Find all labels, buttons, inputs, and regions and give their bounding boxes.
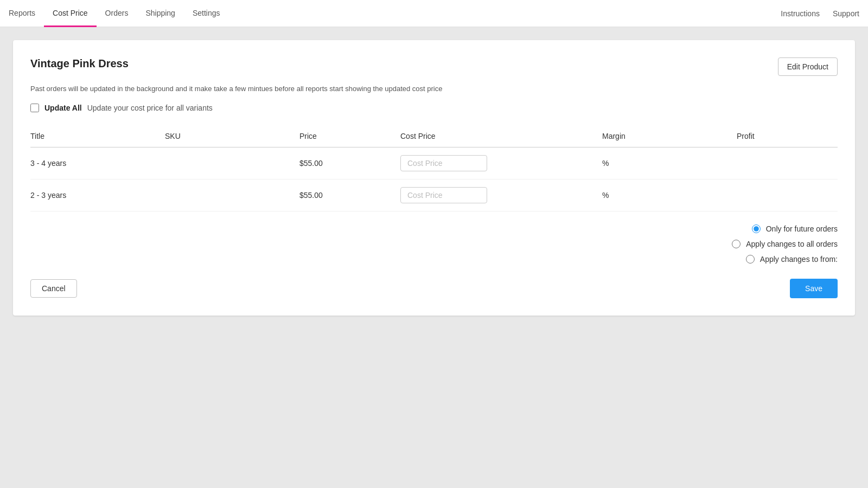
update-all-checkbox[interactable] [30,104,39,112]
col-header-margin: Margin [602,127,737,147]
card-subtitle: Past orders will be updated in the backg… [30,85,838,93]
card-header: Vintage Pink Dress Edit Product [30,57,838,76]
edit-product-button[interactable]: Edit Product [778,57,838,76]
cell-title: 3 - 4 years [30,147,165,179]
cell-sku [165,147,299,179]
save-button[interactable]: Save [790,279,838,298]
radio-options: Only for future ordersApply changes to a… [30,224,838,264]
product-title: Vintage Pink Dress [30,57,129,70]
nav-right: InstructionsSupport [781,0,859,27]
nav-link-instructions[interactable]: Instructions [781,9,820,18]
product-card: Vintage Pink Dress Edit Product Past ord… [13,40,855,316]
radio-future-orders[interactable] [752,224,761,233]
cell-margin: % [602,179,737,211]
cell-cost-price [400,179,602,211]
nav-tab-reports[interactable]: Reports [9,1,44,27]
cell-price: $55.00 [299,147,400,179]
cell-profit [737,147,838,179]
col-header-title: Title [30,127,165,147]
col-header-profit: Profit [737,127,838,147]
table-row: 2 - 3 years$55.00% [30,179,838,211]
update-all-label: Update All [44,104,82,112]
nav-tab-settings[interactable]: Settings [184,1,229,27]
radio-all-orders[interactable] [732,240,741,248]
cell-sku [165,179,299,211]
col-header-cost-price: Cost Price [400,127,602,147]
radio-option-future-orders[interactable]: Only for future orders [752,224,838,233]
card-footer: Cancel Save [30,279,838,298]
radio-from-date[interactable] [746,255,755,264]
cell-cost-price [400,147,602,179]
cost-price-input-0[interactable] [400,155,487,171]
radio-label-future-orders: Only for future orders [766,224,838,233]
nav-tab-cost-price[interactable]: Cost Price [44,1,97,27]
nav-left: ReportsCost PriceOrdersShippingSettings [9,0,781,27]
cancel-button[interactable]: Cancel [30,279,77,298]
col-header-price: Price [299,127,400,147]
update-all-description: Update your cost price for all variants [87,104,213,112]
nav-tab-orders[interactable]: Orders [97,1,137,27]
top-nav: ReportsCost PriceOrdersShippingSettings … [0,0,868,27]
radio-option-from-date[interactable]: Apply changes to from: [746,255,838,264]
cell-price: $55.00 [299,179,400,211]
cell-profit [737,179,838,211]
update-all-row: Update All Update your cost price for al… [30,104,838,112]
main-content: Vintage Pink Dress Edit Product Past ord… [0,27,868,329]
nav-link-support[interactable]: Support [833,9,859,18]
radio-option-all-orders[interactable]: Apply changes to all orders [732,240,838,248]
cell-margin: % [602,147,737,179]
nav-tab-shipping[interactable]: Shipping [137,1,184,27]
col-header-sku: SKU [165,127,299,147]
radio-label-all-orders: Apply changes to all orders [746,240,838,248]
product-table: Title SKU Price Cost Price Margin Profit… [30,127,838,211]
table-row: 3 - 4 years$55.00% [30,147,838,179]
radio-label-from-date: Apply changes to from: [760,255,838,264]
cell-title: 2 - 3 years [30,179,165,211]
cost-price-input-1[interactable] [400,187,487,203]
